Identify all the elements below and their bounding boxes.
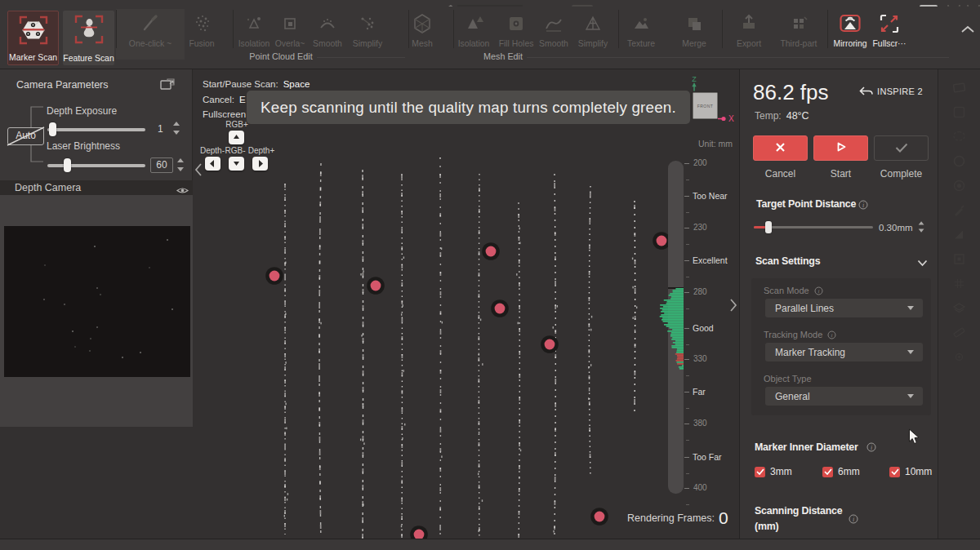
record-icon[interactable] xyxy=(952,179,966,196)
scan-control-panel: 86.2 fps INSPIRE 2 Temp:48°C CancelStart… xyxy=(739,69,938,550)
ruler-icon[interactable] xyxy=(952,326,966,343)
rgb-minus-button[interactable] xyxy=(229,157,244,171)
target-point-distance-slider[interactable] xyxy=(754,226,873,228)
marker-diameter-checkbox-3mm[interactable]: 3mm xyxy=(755,466,792,477)
svg-text:Z: Z xyxy=(692,75,697,83)
scale-tick xyxy=(684,163,689,164)
frame-icon[interactable] xyxy=(952,105,966,122)
scale-minor-tick xyxy=(686,440,689,441)
circle-select-icon[interactable] xyxy=(952,154,966,171)
depth-camera-title: Depth Camera xyxy=(15,182,81,193)
mirroring-icon xyxy=(838,11,862,37)
scale-minor-tick xyxy=(686,504,689,505)
window-chrome-artifacts xyxy=(0,0,980,7)
grid-icon[interactable] xyxy=(952,277,966,294)
ribbon-tool-fullscr[interactable]: Fullscr··· xyxy=(866,9,913,55)
depth-camera-preview xyxy=(4,226,190,377)
lasso-icon[interactable] xyxy=(952,130,966,147)
ribbon-separator xyxy=(453,10,454,48)
complete-button[interactable] xyxy=(874,135,929,161)
rgb-plus-button[interactable] xyxy=(229,131,244,144)
popout-window-icon[interactable] xyxy=(159,77,176,95)
scale-value-label: 400 xyxy=(693,483,707,492)
marker-diameter-checkbox-6mm[interactable]: 6mm xyxy=(822,466,860,477)
chevron-down-icon xyxy=(907,306,914,310)
scale-tick xyxy=(684,424,689,424)
scan-settings-collapse-chevron[interactable] xyxy=(917,259,928,267)
ribbon-separator xyxy=(827,10,828,48)
svg-text:X: X xyxy=(728,114,734,123)
orientation-gizmo[interactable]: FRONT Z X xyxy=(687,73,740,126)
depth-camera-header[interactable]: Depth Camera xyxy=(0,180,193,195)
object-type-dropdown[interactable]: General xyxy=(765,387,923,406)
scale-tick xyxy=(684,328,689,329)
collapse-left-panel-chevron[interactable] xyxy=(194,162,203,177)
ribbon-group-rule xyxy=(317,57,405,58)
mesh-simplify-icon xyxy=(581,11,604,37)
mesh-smooth-icon xyxy=(542,11,565,37)
collapse-ribbon-chevron[interactable] xyxy=(960,23,975,38)
target-point-distance-info-icon[interactable]: i xyxy=(858,200,868,210)
scan-mode-tile-feature-scan[interactable]: Feature Scan xyxy=(63,11,114,65)
laser-brightness-value[interactable]: 60 xyxy=(150,157,173,173)
auto-button[interactable]: Auto xyxy=(7,127,44,145)
gear-icon[interactable] xyxy=(952,350,966,367)
laser-brightness-thumb[interactable] xyxy=(64,158,71,172)
ribbon-tool-label: Export xyxy=(737,39,761,48)
scan-viewport[interactable]: Start/Pause Scan:SpaceCancel:EFullscreen… xyxy=(193,69,739,550)
ribbon-tool-label: Merge xyxy=(682,39,706,48)
ribbon-tool-label: Fusion xyxy=(189,39,214,48)
scale-tick xyxy=(684,457,689,458)
ribbon-separator xyxy=(618,10,619,48)
rgb-minus-label: RGB- xyxy=(225,146,246,155)
ribbon-group-label: Point Cloud Edit xyxy=(249,51,312,61)
triangle-icon[interactable] xyxy=(952,228,966,245)
depth-exposure-thumb[interactable] xyxy=(49,122,56,136)
scan-mode-dropdown[interactable]: Parallel Lines xyxy=(765,299,923,317)
depth-exposure-slider[interactable] xyxy=(47,128,145,131)
fusion-icon xyxy=(190,11,213,37)
scan-mode-label: Scan Mode i xyxy=(764,286,823,295)
layers-icon[interactable] xyxy=(952,301,966,318)
crop-icon[interactable] xyxy=(952,252,966,269)
rgb-plus-label: RGB+ xyxy=(225,120,248,129)
tpd-slider-thumb[interactable] xyxy=(765,221,772,233)
scanning-distance-info-icon[interactable]: i xyxy=(849,514,858,524)
laser-brightness-stepper[interactable] xyxy=(177,158,185,171)
cancel-button[interactable] xyxy=(753,135,808,161)
depth-minus-button[interactable] xyxy=(205,157,220,171)
cancel-x-icon xyxy=(775,141,786,156)
texture-icon xyxy=(630,11,653,37)
scale-tick xyxy=(684,488,689,489)
fill-holes-icon xyxy=(505,11,528,37)
ribbon-group-rule xyxy=(527,57,949,58)
marker-scan-icon xyxy=(19,16,48,48)
start-button-label: Start xyxy=(813,168,868,180)
ribbon-separator xyxy=(722,10,723,48)
expand-right-panel-chevron[interactable] xyxy=(729,298,737,313)
start-button[interactable] xyxy=(813,135,868,161)
depth-exposure-stepper[interactable] xyxy=(173,122,180,135)
marker-diameter-checkbox-10mm[interactable]: 10mm xyxy=(889,466,932,477)
right-tool-strip xyxy=(938,69,980,550)
scan-tile-label: Marker Scan xyxy=(9,53,57,64)
isolation-icon xyxy=(243,11,265,37)
target-point-distance-stepper[interactable] xyxy=(919,221,925,233)
fullscreen-icon xyxy=(877,11,902,37)
marker-diameter-info-icon[interactable]: i xyxy=(866,442,876,452)
rendering-frames: Rendering Frames:0 xyxy=(627,508,728,528)
plane-icon[interactable] xyxy=(952,81,966,98)
scale-minor-tick xyxy=(686,344,689,345)
ribbon-tool-label: Fullscr··· xyxy=(873,39,906,48)
device-link[interactable]: INSPIRE 2 xyxy=(859,86,923,96)
scan-hint-tooltip: Keep scanning until the quality map turn… xyxy=(247,91,690,124)
tracking-mode-dropdown[interactable]: Marker Tracking xyxy=(765,343,923,361)
scale-minor-tick xyxy=(686,180,689,180)
third-party-icon xyxy=(787,11,810,37)
laser-brightness-slider[interactable] xyxy=(47,164,145,167)
scan-mode-tile-marker-scan[interactable]: Marker Scan xyxy=(7,11,59,65)
svg-text:i: i xyxy=(817,288,819,295)
merge-icon xyxy=(683,11,706,37)
brush-icon[interactable] xyxy=(952,203,966,220)
depth-plus-button[interactable] xyxy=(252,157,268,171)
